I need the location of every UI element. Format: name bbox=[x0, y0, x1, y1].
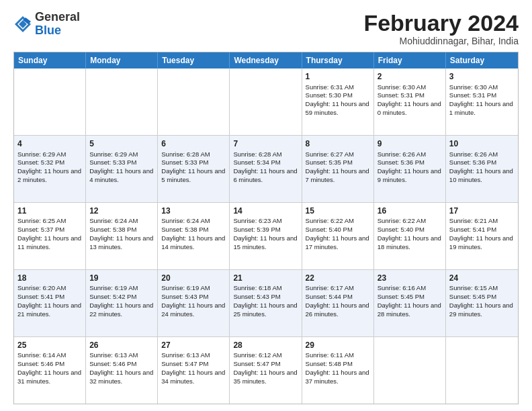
cal-cell: 11Sunrise: 6:25 AMSunset: 5:37 PMDayligh… bbox=[14, 203, 86, 269]
cal-cell: 25Sunrise: 6:14 AMSunset: 5:46 PMDayligh… bbox=[14, 337, 86, 404]
sunrise-text: Sunrise: 6:13 AM bbox=[89, 351, 138, 359]
cal-cell: 6Sunrise: 6:28 AMSunset: 5:33 PMDaylight… bbox=[158, 136, 230, 202]
daylight-text: Daylight: 11 hours and 11 minutes. bbox=[17, 234, 81, 250]
sunset-text: Sunset: 5:30 PM bbox=[306, 91, 353, 99]
day-number: 15 bbox=[306, 205, 370, 216]
sunset-text: Sunset: 5:31 PM bbox=[449, 91, 496, 99]
daylight-text: Daylight: 11 hours and 31 minutes. bbox=[17, 369, 81, 385]
sunrise-text: Sunrise: 6:22 AM bbox=[306, 217, 354, 224]
sunset-text: Sunset: 5:39 PM bbox=[233, 226, 280, 233]
sunrise-text: Sunrise: 6:15 AM bbox=[449, 284, 498, 291]
sunset-text: Sunset: 5:42 PM bbox=[89, 293, 136, 300]
cal-week-2: 4Sunrise: 6:29 AMSunset: 5:32 PMDaylight… bbox=[14, 136, 518, 203]
cal-week-3: 11Sunrise: 6:25 AMSunset: 5:37 PMDayligh… bbox=[14, 203, 518, 270]
sunrise-text: Sunrise: 6:22 AM bbox=[378, 217, 426, 224]
daylight-text: Daylight: 11 hours and 7 minutes. bbox=[306, 167, 369, 183]
sunset-text: Sunset: 5:45 PM bbox=[449, 293, 496, 300]
cal-cell: 13Sunrise: 6:24 AMSunset: 5:38 PMDayligh… bbox=[158, 203, 230, 269]
cal-cell: 4Sunrise: 6:29 AMSunset: 5:32 PMDaylight… bbox=[14, 136, 86, 202]
calendar-body: 1Sunrise: 6:31 AMSunset: 5:30 PMDaylight… bbox=[14, 68, 518, 404]
day-number: 13 bbox=[161, 205, 226, 216]
daylight-text: Daylight: 11 hours and 59 minutes. bbox=[306, 100, 369, 116]
day-number: 1 bbox=[306, 71, 370, 82]
daylight-text: Daylight: 11 hours and 1 minute. bbox=[449, 100, 513, 116]
sunrise-text: Sunrise: 6:27 AM bbox=[306, 150, 354, 158]
day-number: 19 bbox=[89, 273, 154, 283]
sunrise-text: Sunrise: 6:13 AM bbox=[161, 351, 210, 359]
day-number: 4 bbox=[17, 138, 82, 149]
daylight-text: Daylight: 11 hours and 34 minutes. bbox=[161, 369, 225, 385]
sunset-text: Sunset: 5:31 PM bbox=[378, 91, 425, 99]
day-number: 17 bbox=[449, 205, 515, 216]
sunset-text: Sunset: 5:43 PM bbox=[161, 293, 208, 300]
cal-cell: 8Sunrise: 6:27 AMSunset: 5:35 PMDaylight… bbox=[302, 136, 374, 202]
cal-cell: 27Sunrise: 6:13 AMSunset: 5:47 PMDayligh… bbox=[158, 337, 230, 404]
daylight-text: Daylight: 11 hours and 17 minutes. bbox=[306, 234, 369, 250]
sunset-text: Sunset: 5:38 PM bbox=[161, 226, 208, 233]
daylight-text: Daylight: 11 hours and 9 minutes. bbox=[378, 167, 441, 183]
cal-cell: 22Sunrise: 6:17 AMSunset: 5:44 PMDayligh… bbox=[302, 270, 374, 336]
sunset-text: Sunset: 5:48 PM bbox=[306, 360, 353, 367]
sunset-text: Sunset: 5:46 PM bbox=[89, 360, 136, 367]
logo-text: General Blue bbox=[35, 11, 80, 38]
cal-cell: 14Sunrise: 6:23 AMSunset: 5:39 PMDayligh… bbox=[230, 203, 302, 269]
sunrise-text: Sunrise: 6:23 AM bbox=[233, 217, 281, 224]
cal-cell: 15Sunrise: 6:22 AMSunset: 5:40 PMDayligh… bbox=[302, 203, 374, 269]
daylight-text: Daylight: 11 hours and 6 minutes. bbox=[233, 167, 297, 183]
sunset-text: Sunset: 5:47 PM bbox=[161, 360, 208, 367]
cal-cell: 19Sunrise: 6:19 AMSunset: 5:42 PMDayligh… bbox=[86, 270, 158, 336]
calendar-header-row: SundayMondayTuesdayWednesdayThursdayFrid… bbox=[14, 52, 518, 68]
sunrise-text: Sunrise: 6:28 AM bbox=[233, 150, 281, 158]
sunset-text: Sunset: 5:38 PM bbox=[89, 226, 136, 233]
cal-header-sunday: Sunday bbox=[14, 52, 86, 68]
cal-cell: 18Sunrise: 6:20 AMSunset: 5:41 PMDayligh… bbox=[14, 270, 86, 336]
sunset-text: Sunset: 5:40 PM bbox=[378, 226, 425, 233]
day-number: 2 bbox=[378, 71, 442, 82]
cal-cell: 5Sunrise: 6:29 AMSunset: 5:33 PMDaylight… bbox=[86, 136, 158, 202]
cal-cell bbox=[158, 68, 230, 135]
sunrise-text: Sunrise: 6:26 AM bbox=[378, 150, 426, 158]
sunrise-text: Sunrise: 6:24 AM bbox=[89, 217, 138, 224]
sunset-text: Sunset: 5:36 PM bbox=[449, 158, 496, 166]
cal-cell: 12Sunrise: 6:24 AMSunset: 5:38 PMDayligh… bbox=[86, 203, 158, 269]
sunset-text: Sunset: 5:33 PM bbox=[161, 158, 208, 166]
sunrise-text: Sunrise: 6:31 AM bbox=[306, 83, 354, 91]
cal-cell: 7Sunrise: 6:28 AMSunset: 5:34 PMDaylight… bbox=[230, 136, 302, 202]
daylight-text: Daylight: 11 hours and 24 minutes. bbox=[161, 302, 225, 318]
header: General Blue February 2024 Mohiuddinnaga… bbox=[13, 11, 519, 46]
cal-cell: 29Sunrise: 6:11 AMSunset: 5:48 PMDayligh… bbox=[302, 337, 374, 404]
daylight-text: Daylight: 11 hours and 18 minutes. bbox=[378, 234, 441, 250]
cal-header-thursday: Thursday bbox=[302, 52, 374, 68]
cal-cell bbox=[230, 68, 302, 135]
day-number: 28 bbox=[233, 340, 298, 351]
sunset-text: Sunset: 5:32 PM bbox=[17, 158, 64, 166]
sunset-text: Sunset: 5:36 PM bbox=[378, 158, 425, 166]
cal-header-monday: Monday bbox=[86, 52, 158, 68]
day-number: 14 bbox=[233, 205, 298, 216]
sunset-text: Sunset: 5:47 PM bbox=[233, 360, 280, 367]
cal-week-4: 18Sunrise: 6:20 AMSunset: 5:41 PMDayligh… bbox=[14, 270, 518, 337]
day-number: 20 bbox=[161, 273, 226, 283]
daylight-text: Daylight: 11 hours and 5 minutes. bbox=[161, 167, 225, 183]
cal-cell: 28Sunrise: 6:12 AMSunset: 5:47 PMDayligh… bbox=[230, 337, 302, 404]
day-number: 9 bbox=[378, 138, 442, 149]
daylight-text: Daylight: 11 hours and 37 minutes. bbox=[306, 369, 369, 385]
sunrise-text: Sunrise: 6:18 AM bbox=[233, 284, 281, 291]
daylight-text: Daylight: 11 hours and 19 minutes. bbox=[449, 234, 513, 250]
sunrise-text: Sunrise: 6:26 AM bbox=[449, 150, 498, 158]
sunrise-text: Sunrise: 6:12 AM bbox=[233, 351, 281, 359]
sunset-text: Sunset: 5:41 PM bbox=[449, 226, 496, 233]
sunrise-text: Sunrise: 6:19 AM bbox=[161, 284, 210, 291]
sunrise-text: Sunrise: 6:19 AM bbox=[89, 284, 138, 291]
daylight-text: Daylight: 11 hours and 28 minutes. bbox=[378, 302, 441, 318]
daylight-text: Daylight: 11 hours and 10 minutes. bbox=[449, 167, 513, 183]
sunset-text: Sunset: 5:41 PM bbox=[17, 293, 64, 300]
day-number: 3 bbox=[449, 71, 515, 82]
cal-cell: 9Sunrise: 6:26 AMSunset: 5:36 PMDaylight… bbox=[374, 136, 446, 202]
daylight-text: Daylight: 11 hours and 25 minutes. bbox=[233, 302, 297, 318]
location: Mohiuddinnagar, Bihar, India bbox=[363, 36, 519, 46]
cal-cell bbox=[86, 68, 158, 135]
sunset-text: Sunset: 5:35 PM bbox=[306, 158, 353, 166]
sunrise-text: Sunrise: 6:29 AM bbox=[17, 150, 66, 158]
sunrise-text: Sunrise: 6:20 AM bbox=[17, 284, 66, 291]
